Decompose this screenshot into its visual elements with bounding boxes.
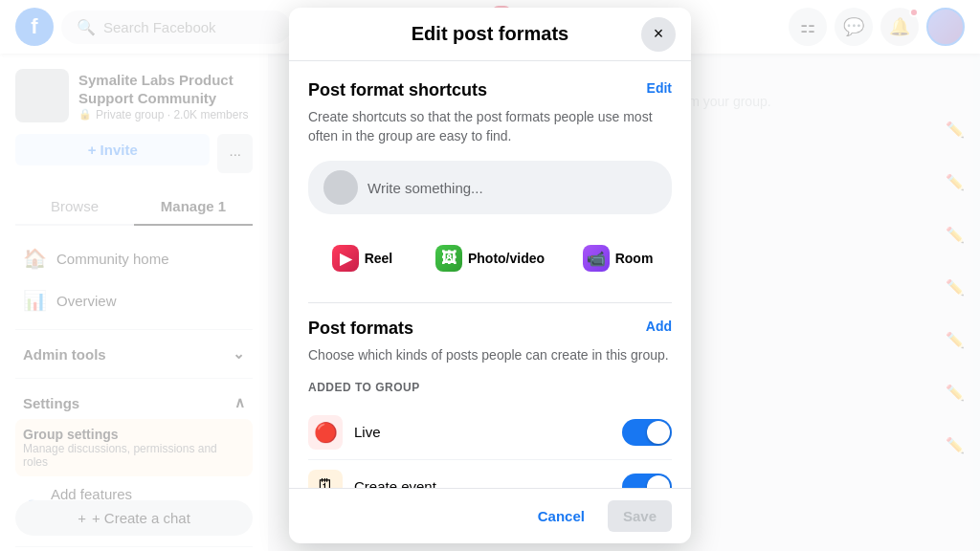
formats-description: Choose which kinds of posts people can c… [308, 346, 672, 365]
reel-icon: ▶ [332, 245, 359, 272]
format-row-create-event: 🗓 Create event [308, 460, 672, 488]
format-left-live: 🔴 Live [308, 415, 381, 450]
modal-footer: Cancel Save [289, 488, 691, 543]
write-avatar [323, 170, 358, 205]
edit-post-formats-modal: Edit post formats × Post format shortcut… [289, 8, 691, 543]
event-icon-wrap: 🗓 [308, 470, 343, 488]
modal-header: Edit post formats × [289, 8, 691, 61]
cancel-button[interactable]: Cancel [523, 500, 600, 532]
post-formats-title: Post formats [308, 319, 413, 339]
room-shortcut-button[interactable]: 📹 Room [564, 237, 672, 279]
live-toggle[interactable] [622, 419, 672, 446]
modal-title: Edit post formats [412, 23, 568, 45]
live-icon-wrap: 🔴 [308, 415, 343, 450]
write-placeholder-text: Write something... [368, 180, 657, 196]
modal-overlay: Edit post formats × Post format shortcut… [0, 0, 980, 551]
format-row-live: 🔴 Live [308, 406, 672, 460]
reel-shortcut-button[interactable]: ▶ Reel [308, 237, 416, 279]
live-icon: 🔴 [314, 421, 338, 444]
shortcuts-header-row: Post format shortcuts Edit [308, 80, 672, 104]
shortcuts-title: Post format shortcuts [308, 80, 487, 100]
post-formats-section: Post formats Add Choose which kinds of p… [308, 319, 672, 488]
event-icon: 🗓 [316, 475, 335, 488]
formats-header-row: Post formats Add [308, 319, 672, 342]
shortcut-buttons-row: ▶ Reel 🖼 Photo/video 📹 Room [308, 230, 672, 287]
room-icon: 📹 [583, 245, 610, 272]
shortcuts-description: Create shortcuts so that the post format… [308, 108, 672, 145]
create-event-toggle[interactable] [622, 474, 672, 488]
photo-video-label: Photo/video [468, 251, 545, 266]
create-event-label: Create event [354, 478, 436, 488]
live-label: Live [354, 424, 381, 440]
modal-close-button[interactable]: × [641, 17, 676, 52]
formats-section-label: Added to group [308, 381, 672, 394]
save-button[interactable]: Save [608, 500, 672, 532]
modal-body: Post format shortcuts Edit Create shortc… [289, 61, 691, 488]
add-format-link[interactable]: Add [646, 319, 672, 334]
write-something-box[interactable]: Write something... [308, 161, 672, 214]
shortcuts-edit-link[interactable]: Edit [647, 80, 672, 96]
format-left-event: 🗓 Create event [308, 470, 436, 488]
post-format-shortcuts-section: Post format shortcuts Edit Create shortc… [308, 80, 672, 287]
reel-label: Reel [365, 251, 393, 266]
room-label: Room [615, 251, 654, 266]
photo-video-icon: 🖼 [435, 245, 462, 272]
section-divider [308, 302, 672, 303]
photo-video-shortcut-button[interactable]: 🖼 Photo/video [424, 237, 556, 279]
